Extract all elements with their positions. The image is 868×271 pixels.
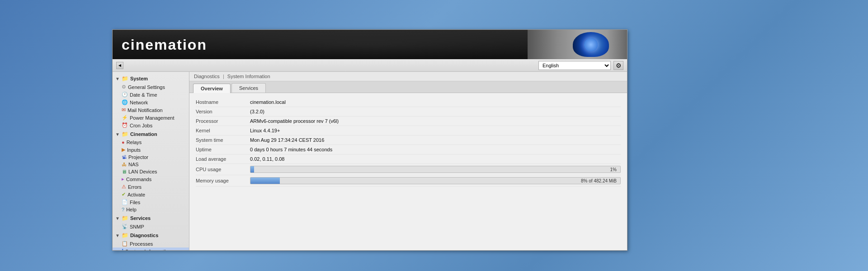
memory-progress-fill xyxy=(250,178,280,184)
label-version: Version xyxy=(196,109,250,114)
sidebar-header-services[interactable]: ▼ 📁 Services xyxy=(113,214,189,223)
value-kernel: Linux 4.4.19+ xyxy=(250,128,621,133)
sidebar-item-activate[interactable]: ✔ Activate xyxy=(113,191,189,198)
tree-arrow-diagnostics: ▼ xyxy=(115,233,120,238)
collapse-icon: ◄ xyxy=(118,63,122,68)
sidebar-section-cinemation-label: Cinemation xyxy=(130,131,157,137)
label-cpu-usage: CPU usage xyxy=(196,167,250,172)
sidebar-label-activate: Activate xyxy=(127,192,145,197)
info-row-load-average: Load average 0.02, 0.11, 0.08 xyxy=(196,154,621,164)
sidebar-label-files: Files xyxy=(130,200,140,205)
sidebar-header-diagnostics[interactable]: ▼ 📁 Diagnostics xyxy=(113,231,189,240)
sidebar-item-inputs[interactable]: ▶ Inputs xyxy=(113,146,189,154)
sidebar-section-system-label: System xyxy=(130,76,148,81)
sidebar-label-lan-devices: LAN Devices xyxy=(128,169,157,174)
sidebar: ▼ 📁 System ⚙ General Settings 🕐 Date & T… xyxy=(113,72,189,250)
value-processor: ARMv6-compatible processor rev 7 (v6l) xyxy=(250,118,621,124)
sidebar-item-nas[interactable]: 🖧 NAS xyxy=(113,161,189,168)
label-load-average: Load average xyxy=(196,156,250,162)
label-uptime: Uptime xyxy=(196,147,250,152)
sidebar-item-power-management[interactable]: ⚡ Power Management xyxy=(113,114,189,121)
info-row-hostname: Hostname cinemation.local xyxy=(196,98,621,107)
sidebar-label-mail-notification: Mail Notification xyxy=(127,107,163,113)
nas-icon: 🖧 xyxy=(122,162,127,167)
gear-icon: ⚙ xyxy=(616,62,622,69)
sidebar-item-mail-notification[interactable]: ✉ Mail Notification xyxy=(113,106,189,114)
cpu-progress-fill xyxy=(250,166,254,173)
tabs: Overview Services xyxy=(189,81,627,93)
sidebar-label-errors: Errors xyxy=(128,184,142,190)
sidebar-item-files[interactable]: 📄 Files xyxy=(113,198,189,206)
main-window: cinemation ◄ English Deutsch Français Es… xyxy=(112,29,627,251)
input-icon: ▶ xyxy=(122,147,125,153)
power-icon: ⚡ xyxy=(122,115,128,121)
language-select[interactable]: English Deutsch Français Español xyxy=(538,61,611,70)
info-row-processor: Processor ARMv6-compatible processor rev… xyxy=(196,117,621,126)
sidebar-header-system[interactable]: ▼ 📁 System xyxy=(113,74,189,83)
sidebar-label-cron-jobs: Cron Jobs xyxy=(130,123,152,128)
breadcrumb-part2: System Information xyxy=(227,74,270,79)
value-hostname: cinemation.local xyxy=(250,99,621,105)
sidebar-item-snmp[interactable]: 📡 SNMP xyxy=(113,223,189,230)
sidebar-item-date-time[interactable]: 🕐 Date & Time xyxy=(113,91,189,98)
breadcrumb-separator: | xyxy=(223,74,224,79)
sidebar-item-projector[interactable]: 📽 Projector xyxy=(113,154,189,161)
projector-icon: 📽 xyxy=(122,154,127,160)
tab-services[interactable]: Services xyxy=(231,83,266,93)
cron-icon: ⏰ xyxy=(122,122,128,128)
sidebar-item-system-information[interactable]: ℹ System Information xyxy=(113,248,189,250)
files-icon: 📄 xyxy=(122,199,128,205)
cpu-progress-bar: 1% xyxy=(250,166,621,173)
sidebar-label-projector: Projector xyxy=(128,154,148,160)
activate-icon: ✔ xyxy=(122,192,126,197)
projector-image xyxy=(573,32,609,57)
memory-progress-label: 8% of 482.24 MiB xyxy=(581,178,617,183)
label-processor: Processor xyxy=(196,118,250,124)
folder-icon-cinemation: 📁 xyxy=(122,131,128,137)
lan-icon: 🖥 xyxy=(122,169,127,174)
label-kernel: Kernel xyxy=(196,128,250,133)
sidebar-section-services: ▼ 📁 Services 📡 SNMP xyxy=(113,214,189,230)
sidebar-label-system-information: System Information xyxy=(125,249,172,251)
info-table: Hostname cinemation.local Version (3.2.0… xyxy=(189,93,627,250)
sidebar-label-power-management: Power Management xyxy=(130,115,174,121)
sidebar-item-network[interactable]: 🌐 Network xyxy=(113,98,189,106)
sidebar-label-general-settings: General Settings xyxy=(128,84,165,90)
sidebar-item-relays[interactable]: ● Relays xyxy=(113,139,189,146)
value-uptime: 0 days 0 hours 7 minutes 44 seconds xyxy=(250,147,621,152)
logo-text: cinemation xyxy=(122,36,207,52)
sidebar-item-lan-devices[interactable]: 🖥 LAN Devices xyxy=(113,168,189,175)
sidebar-label-commands: Commands xyxy=(126,177,151,182)
sidebar-section-system: ▼ 📁 System ⚙ General Settings 🕐 Date & T… xyxy=(113,74,189,129)
settings-gear-button[interactable]: ⚙ xyxy=(613,61,623,70)
info-row-kernel: Kernel Linux 4.4.19+ xyxy=(196,126,621,136)
info-row-version: Version (3.2.0) xyxy=(196,107,621,117)
sidebar-item-cron-jobs[interactable]: ⏰ Cron Jobs xyxy=(113,121,189,129)
sidebar-item-general-settings[interactable]: ⚙ General Settings xyxy=(113,83,189,91)
sidebar-item-errors[interactable]: ⚠ Errors xyxy=(113,183,189,191)
info-row-memory-usage: Memory usage 8% of 482.24 MiB xyxy=(196,175,621,187)
content-area: ▼ 📁 System ⚙ General Settings 🕐 Date & T… xyxy=(113,72,627,250)
sidebar-item-help[interactable]: ? Help xyxy=(113,206,189,213)
folder-icon-services: 📁 xyxy=(122,215,128,221)
logo: cinemation xyxy=(122,36,207,53)
toolbar: ◄ English Deutsch Français Español ⚙ xyxy=(113,59,627,72)
cmd-icon: ▸ xyxy=(122,176,124,182)
gear-icon-general: ⚙ xyxy=(122,84,126,90)
info-row-cpu-usage: CPU usage 1% xyxy=(196,164,621,175)
snmp-icon: 📡 xyxy=(122,224,128,229)
sidebar-label-inputs: Inputs xyxy=(127,147,141,153)
main-panel: Diagnostics | System Information Overvie… xyxy=(189,72,627,250)
folder-icon-system: 📁 xyxy=(122,75,128,82)
collapse-button[interactable]: ◄ xyxy=(116,62,123,69)
sidebar-section-cinemation: ▼ 📁 Cinemation ● Relays ▶ Inputs 📽 Proje… xyxy=(113,130,189,213)
value-version: (3.2.0) xyxy=(250,109,621,114)
breadcrumb-part1: Diagnostics xyxy=(194,74,220,79)
sidebar-item-commands[interactable]: ▸ Commands xyxy=(113,175,189,183)
value-system-time: Mon Aug 29 17:34:24 CEST 2016 xyxy=(250,137,621,143)
sidebar-header-cinemation[interactable]: ▼ 📁 Cinemation xyxy=(113,130,189,139)
relay-icon: ● xyxy=(122,140,125,145)
sidebar-item-processes[interactable]: 📋 Processes xyxy=(113,240,189,248)
tab-overview[interactable]: Overview xyxy=(193,84,231,93)
sidebar-section-diagnostics-label: Diagnostics xyxy=(130,233,158,238)
